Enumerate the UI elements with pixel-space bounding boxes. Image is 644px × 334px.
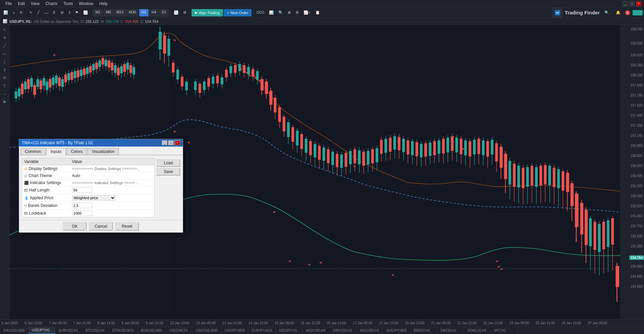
dialog-restore-button[interactable]: □	[168, 141, 174, 145]
save-button[interactable]: Save	[157, 168, 180, 175]
tab-usdjpy-h1[interactable]: USDJPY,H1	[29, 327, 55, 334]
crosshair-button[interactable]: ✛	[17, 8, 24, 17]
indicator-button[interactable]: 📈	[81, 8, 90, 17]
bands-deviation-value[interactable]	[70, 202, 155, 210]
grid-button[interactable]: ⊞	[286, 8, 293, 17]
flag-button[interactable]: ⚑	[73, 8, 80, 17]
tab-ethusd-m15[interactable]: ETHUSD,M15	[109, 327, 137, 334]
fib-button[interactable]: Ψ	[58, 8, 65, 17]
oco-button[interactable]: OCO	[255, 8, 266, 17]
tf-m1[interactable]: M1	[93, 9, 103, 16]
lt-fib[interactable]: Ψ	[1, 74, 8, 82]
applied-price-value[interactable]: Weighted price Close Open High Low	[70, 194, 155, 202]
svg-rect-97	[95, 63, 98, 69]
dialog-close-button[interactable]: ×	[175, 141, 180, 145]
template-button[interactable]: 📋	[313, 8, 322, 17]
tab-gbpusd-h1[interactable]: GBPUSD,H1	[329, 327, 356, 334]
applied-price-select[interactable]: Weighted price Close Open High Low	[72, 195, 116, 201]
row-chart-theme[interactable]: ◎ Chart Theme Auto	[22, 172, 155, 179]
dialog-tab-inputs[interactable]: Inputs	[46, 148, 66, 155]
row-applied-price[interactable]: 💧 Applied Price Weighted price Close Op	[22, 194, 155, 202]
zoom-in-button[interactable]: +	[11, 8, 17, 17]
tab-audjpy-m30[interactable]: AUDJPY,M30	[383, 327, 410, 334]
menu-item-edit[interactable]: Edit	[15, 1, 28, 7]
reset-button[interactable]: Reset	[115, 222, 139, 230]
lt-text[interactable]: T	[1, 82, 8, 90]
search-button[interactable]: 🔍	[602, 8, 611, 17]
menu-item-view[interactable]: View	[28, 1, 42, 7]
row-half-length[interactable]: 01 Half Length	[22, 186, 155, 194]
indicator-dialog[interactable]: TMA+CG Indicator MT5 - By TFlab 1.02 _ □…	[19, 139, 183, 233]
properties-button[interactable]: ⚙	[293, 8, 301, 17]
tf-m30[interactable]: M30	[126, 9, 138, 16]
tab-dax30-h1[interactable]: DAX30,H1	[437, 327, 464, 334]
channel-button[interactable]: ⇕	[51, 8, 58, 17]
hline-button[interactable]: —	[42, 8, 50, 17]
maximize-button[interactable]: □	[629, 1, 635, 6]
load-button[interactable]: Load	[157, 159, 180, 167]
lt-arrow[interactable]: →	[1, 91, 8, 98]
algo-trading-button[interactable]: ▶ Algo Trading	[192, 9, 223, 16]
line-button[interactable]: ╱	[35, 8, 42, 17]
lookback-input[interactable]	[72, 211, 92, 216]
lt-cursor[interactable]: ↖	[1, 26, 8, 34]
lt-hline[interactable]: —	[1, 50, 8, 58]
dialog-tab-visualization[interactable]: Visualization	[88, 148, 119, 155]
new-order-button[interactable]: + New Order	[224, 9, 252, 16]
row-display-settings[interactable]: ⚙ Display Settings ========== Display Se…	[22, 165, 155, 172]
tab-btcusd-h4[interactable]: BTCUSD,H4	[82, 327, 109, 334]
tab-audcad-h4[interactable]: AUDCAD,H4	[303, 327, 329, 334]
lt-channel[interactable]: ⇕	[1, 66, 8, 74]
tab-dowus-h1[interactable]: DOW,US,H1	[464, 327, 491, 334]
row-indicator-settings[interactable]: ⬛ Indicator Settings ========== Indicato…	[22, 179, 155, 186]
menu-item-charts[interactable]: Charts	[43, 1, 60, 7]
tab-nzdjpy-h1[interactable]: NZDJPY,H1	[276, 327, 303, 334]
text-button[interactable]: T	[66, 8, 73, 17]
row-bands-deviation[interactable]: ½ Bands Deviation	[22, 202, 155, 210]
chart-settings-button[interactable]: ⚙	[181, 8, 189, 17]
bands-deviation-input[interactable]	[72, 203, 92, 208]
lt-flag[interactable]: ⚑	[1, 99, 8, 106]
chart-area[interactable]: × × × × × × × × × × × × × × × × × × × × …	[9, 25, 621, 319]
dialog-minimize-button[interactable]: _	[162, 141, 167, 145]
lt-vline[interactable]: │	[1, 58, 8, 66]
new-chart-button[interactable]: 📊	[1, 8, 10, 17]
tab-eurusd-h1[interactable]: EURUSD,H1	[55, 327, 82, 334]
tab-usdchf-f4[interactable]: USDCHF,F4	[166, 327, 193, 334]
tab-xagusd-h1[interactable]: XAGUSD,H1	[356, 327, 383, 334]
tf-m5[interactable]: M5	[104, 9, 113, 16]
tf-m15[interactable]: M15	[114, 9, 126, 16]
minimize-button[interactable]: _	[623, 1, 628, 6]
menu-item-file[interactable]: File	[3, 1, 14, 7]
dialog-tab-colors[interactable]: Colors	[66, 148, 87, 155]
chart-type-button[interactable]: 📉	[172, 8, 180, 17]
tab-cadjpy-m30[interactable]: CADJPY,M30	[221, 327, 249, 334]
tf-h4[interactable]: H4	[149, 9, 159, 16]
cursor-button[interactable]: ↖	[28, 8, 35, 17]
cancel-button[interactable]: Cancel	[89, 222, 113, 230]
half-length-input[interactable]	[72, 187, 92, 193]
row-lookback[interactable]: 01 Lookback	[22, 210, 155, 217]
ok-button[interactable]: OK	[63, 222, 87, 230]
add-indicator-button[interactable]: 📈+	[302, 8, 312, 17]
menu-item-window[interactable]: Window	[76, 1, 96, 7]
notifications-button[interactable]: 🔔	[614, 8, 623, 17]
tab-brent-h1[interactable]: BRENT,H1	[411, 327, 437, 334]
tab-wti-h1[interactable]: WTI,H1	[491, 327, 518, 334]
tab-xauusd-m30[interactable]: XAUUSD,M30	[0, 327, 29, 334]
lt-line[interactable]: ╱	[1, 42, 8, 50]
menu-item-help[interactable]: Help	[97, 1, 110, 7]
tab-usdcad-m30[interactable]: USDCAD,M30	[193, 327, 221, 334]
lookback-value[interactable]	[70, 210, 155, 217]
tf-d1[interactable]: D1	[159, 9, 169, 16]
dialog-tab-common[interactable]: Common	[20, 148, 46, 155]
tab-eurjpy-m15[interactable]: EURJPY,M15	[249, 327, 276, 334]
menu-item-tools[interactable]: Tools	[61, 1, 75, 7]
lt-crosshair[interactable]: ✛	[1, 34, 8, 42]
zoom-fit-button[interactable]: 🔍	[276, 8, 285, 17]
close-button[interactable]: ×	[636, 1, 641, 6]
tab-adausd-m30[interactable]: ADAUSD,M30	[137, 327, 166, 334]
chart-view-button[interactable]: 📊	[267, 8, 276, 17]
tf-h1[interactable]: H1	[139, 9, 149, 16]
half-length-value[interactable]	[70, 186, 155, 194]
